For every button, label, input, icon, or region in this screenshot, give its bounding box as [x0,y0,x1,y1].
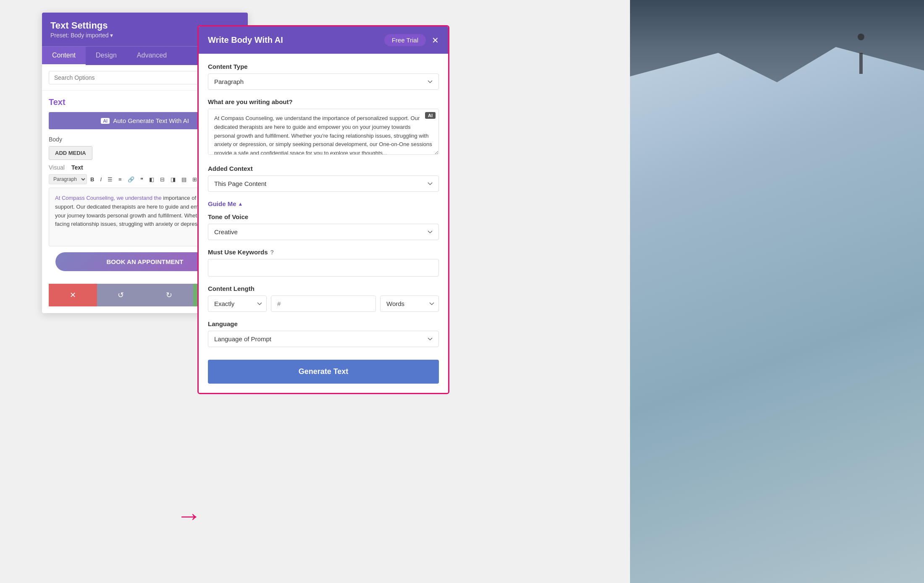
content-type-select[interactable]: Paragraph [208,73,439,90]
content-type-label: Content Type [208,63,439,70]
tab-design[interactable]: Design [86,47,127,65]
guide-me-label: Guide Me [208,200,236,207]
tab-advanced[interactable]: Advanced [127,47,177,65]
textarea-wrapper: At Compass Counseling, we understand the… [208,109,439,157]
undo-button[interactable]: ↺ [97,284,145,306]
ai-badge: AI [425,112,436,119]
content-length-exactly-select[interactable]: Exactly [208,295,267,312]
align-center-btn[interactable]: ⊟ [158,175,167,184]
content-length-number-input[interactable] [271,295,376,312]
modal-header: Write Body With AI Free Trial ✕ [199,26,448,54]
arrow-indicator: → [176,503,202,528]
align-justify-btn[interactable]: ▤ [179,175,189,184]
content-length-label: Content Length [208,285,439,292]
panel-title: Text Settings [50,20,113,31]
guide-me-link[interactable]: Guide Me ▲ [208,200,439,207]
writing-about-textarea[interactable]: At Compass Counseling, we understand the… [208,109,439,155]
ai-modal: Write Body With AI Free Trial ✕ Content … [199,26,448,393]
content-type-field: Content Type Paragraph [208,63,439,90]
keywords-input[interactable] [208,259,439,277]
panel-subtitle: Preset: Body imported ▾ [50,32,113,39]
language-select[interactable]: Language of Prompt [208,331,439,347]
list-ordered-btn[interactable]: ≡ [116,175,124,184]
modal-title: Write Body With AI [208,35,283,45]
tone-of-voice-label: Tone of Voice [208,213,439,220]
tab-content[interactable]: Content [42,47,86,65]
content-length-field: Content Length Exactly Words [208,285,439,312]
highlight-text: At Compass Counseling, we understand the [55,195,163,201]
bg-person [848,34,874,84]
list-unordered-btn[interactable]: ☰ [105,175,115,184]
tone-of-voice-select[interactable]: Creative [208,224,439,240]
bg-right [630,0,924,583]
tone-of-voice-field: Tone of Voice Creative [208,213,439,240]
ai-generate-label: Auto Generate Text With AI [113,117,189,124]
added-context-select[interactable]: This Page Content [208,175,439,192]
ai-icon: AI [101,118,110,124]
bg-mountain [630,0,924,118]
added-context-field: Added Context This Page Content [208,165,439,192]
cancel-button[interactable]: ✕ [49,284,97,306]
align-left-btn[interactable]: ◧ [147,175,157,184]
modal-header-right: Free Trial ✕ [384,34,439,46]
redo-button[interactable]: ↻ [145,284,193,306]
keywords-field: Must Use Keywords ? [208,248,439,277]
keywords-label: Must Use Keywords ? [208,248,439,256]
italic-btn[interactable]: I [97,175,104,184]
bold-btn[interactable]: B [88,175,97,184]
tab-text[interactable]: Text [71,164,83,171]
search-input[interactable] [49,71,204,84]
arrow-icon: → [176,503,202,528]
add-media-button[interactable]: ADD MEDIA [49,146,92,160]
tab-visual[interactable]: Visual [49,164,65,171]
generate-text-button[interactable]: Generate Text [208,360,439,384]
added-context-label: Added Context [208,165,439,172]
link-btn[interactable]: 🔗 [125,175,137,184]
help-icon[interactable]: ? [270,249,274,256]
modal-body: Content Type Paragraph What are you writ… [199,54,448,393]
writing-about-label: What are you writing about? [208,98,439,105]
align-right-btn[interactable]: ◨ [168,175,178,184]
free-trial-badge[interactable]: Free Trial [384,34,426,46]
content-length-row: Exactly Words [208,295,439,312]
guide-arrow-icon: ▲ [238,201,243,207]
modal-overlay: Write Body With AI Free Trial ✕ Content … [197,25,449,394]
panel-header-info: Text Settings Preset: Body imported ▾ [50,20,113,39]
quote-btn[interactable]: ❝ [138,175,146,184]
modal-border: Write Body With AI Free Trial ✕ Content … [197,25,449,394]
modal-close-button[interactable]: ✕ [432,35,439,45]
language-label: Language [208,320,439,327]
content-length-words-select[interactable]: Words [380,295,439,312]
writing-about-field: What are you writing about? At Compass C… [208,98,439,157]
language-field: Language Language of Prompt [208,320,439,347]
text-section-title: Text [49,97,66,107]
paragraph-select[interactable]: Paragraph [49,174,87,184]
